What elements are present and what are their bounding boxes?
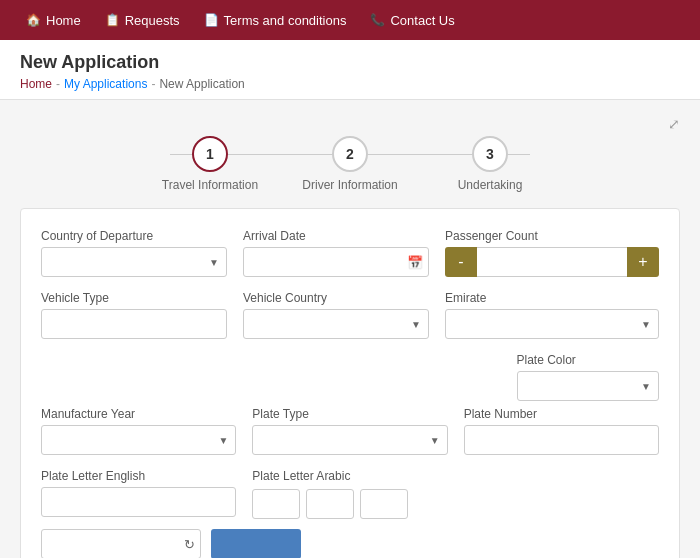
emirate-label: Emirate: [445, 291, 659, 305]
arrival-date-input[interactable]: [243, 247, 429, 277]
plate-number-input[interactable]: [464, 425, 659, 455]
contact-icon: 📞: [370, 13, 385, 27]
requests-icon: 📋: [105, 13, 120, 27]
plate-color-select-wrapper: ▼: [517, 371, 660, 401]
plate-letter-arabic-label: Plate Letter Arabic: [252, 469, 447, 483]
country-of-departure-group: Country of Departure ▼: [41, 229, 227, 277]
captcha-input[interactable]: [41, 529, 201, 558]
manufacture-year-label: Manufacture Year: [41, 407, 236, 421]
page-title: New Application: [20, 52, 680, 73]
vehicle-country-select[interactable]: [243, 309, 429, 339]
nav-terms[interactable]: 📄 Terms and conditions: [194, 7, 357, 34]
breadcrumb: Home - My Applications - New Application: [20, 77, 680, 91]
vehicle-country-group: Vehicle Country ▼: [243, 291, 429, 339]
plate-letter-arabic-1[interactable]: [252, 489, 300, 519]
plate-color-select[interactable]: [517, 371, 660, 401]
vehicle-country-select-wrapper: ▼: [243, 309, 429, 339]
nav-requests[interactable]: 📋 Requests: [95, 7, 190, 34]
plate-color-label: Plate Color: [517, 353, 660, 367]
passenger-plus-button[interactable]: +: [627, 247, 659, 277]
arrival-date-wrapper: 📅: [243, 247, 429, 277]
form-card: Country of Departure ▼ Arrival Date 📅 Pa…: [20, 208, 680, 558]
plate-letter-english-group: Plate Letter English: [41, 469, 236, 517]
nav-contact[interactable]: 📞 Contact Us: [360, 7, 464, 34]
manufacture-year-group: Manufacture Year ▼: [41, 407, 236, 455]
emirate-group: Emirate ▼: [445, 291, 659, 339]
arrival-date-group: Arrival Date 📅: [243, 229, 429, 277]
captcha-row: ↻: [41, 529, 659, 558]
navbar: 🏠 Home 📋 Requests 📄 Terms and conditions…: [0, 0, 700, 40]
emirate-select-wrapper: ▼: [445, 309, 659, 339]
home-icon: 🏠: [26, 13, 41, 27]
plate-letter-arabic-group: Plate Letter Arabic: [252, 469, 447, 519]
step-1: 1 Travel Information: [140, 136, 280, 192]
breadcrumb-home[interactable]: Home: [20, 77, 52, 91]
plate-letter-english-label: Plate Letter English: [41, 469, 236, 483]
step-2-label: Driver Information: [302, 178, 397, 192]
passenger-count-input[interactable]: [477, 247, 627, 277]
plate-type-select-wrapper: ▼: [252, 425, 447, 455]
country-of-departure-label: Country of Departure: [41, 229, 227, 243]
step-1-circle[interactable]: 1: [192, 136, 228, 172]
plate-letter-arabic-inputs: [252, 489, 447, 519]
passenger-count-group: Passenger Count - +: [445, 229, 659, 277]
terms-icon: 📄: [204, 13, 219, 27]
manufacture-year-select[interactable]: [41, 425, 236, 455]
nav-home[interactable]: 🏠 Home: [16, 7, 91, 34]
captcha-image: [211, 529, 301, 558]
breadcrumb-sep1: -: [56, 77, 60, 91]
captcha-input-wrapper: ↻: [41, 529, 201, 558]
step-2-circle[interactable]: 2: [332, 136, 368, 172]
vehicle-type-label: Vehicle Type: [41, 291, 227, 305]
breadcrumb-sep2: -: [151, 77, 155, 91]
form-grid: Country of Departure ▼ Arrival Date 📅 Pa…: [41, 229, 659, 339]
step-3: 3 Undertaking: [420, 136, 560, 192]
stepper: 1 Travel Information 2 Driver Informatio…: [20, 136, 680, 192]
step-3-circle[interactable]: 3: [472, 136, 508, 172]
plate-color-group: Plate Color ▼: [517, 353, 660, 401]
main-content: ⤢ 1 Travel Information 2 Driver Informat…: [0, 100, 700, 558]
step-3-label: Undertaking: [458, 178, 523, 192]
plate-type-group: Plate Type ▼: [252, 407, 447, 455]
breadcrumb-current: New Application: [159, 77, 244, 91]
expand-icon[interactable]: ⤢: [668, 116, 680, 132]
plate-number-label: Plate Number: [464, 407, 659, 421]
page-header: New Application Home - My Applications -…: [0, 40, 700, 100]
breadcrumb-my-applications[interactable]: My Applications: [64, 77, 147, 91]
country-of-departure-select[interactable]: [41, 247, 227, 277]
passenger-minus-button[interactable]: -: [445, 247, 477, 277]
country-of-departure-select-wrapper: ▼: [41, 247, 227, 277]
passenger-count-label: Passenger Count: [445, 229, 659, 243]
vehicle-country-label: Vehicle Country: [243, 291, 429, 305]
vehicle-type-input[interactable]: [41, 309, 227, 339]
manufacture-year-select-wrapper: ▼: [41, 425, 236, 455]
plate-letter-arabic-3[interactable]: [360, 489, 408, 519]
arrival-date-label: Arrival Date: [243, 229, 429, 243]
refresh-icon[interactable]: ↻: [184, 537, 195, 552]
emirate-select[interactable]: [445, 309, 659, 339]
plate-letter-english-input[interactable]: [41, 487, 236, 517]
vehicle-type-group: Vehicle Type: [41, 291, 227, 339]
step-2: 2 Driver Information: [280, 136, 420, 192]
calendar-icon[interactable]: 📅: [407, 255, 423, 270]
passenger-count-control: - +: [445, 247, 659, 277]
plate-letter-arabic-2[interactable]: [306, 489, 354, 519]
plate-number-group: Plate Number: [464, 407, 659, 455]
plate-type-label: Plate Type: [252, 407, 447, 421]
plate-type-select[interactable]: [252, 425, 447, 455]
step-1-label: Travel Information: [162, 178, 258, 192]
